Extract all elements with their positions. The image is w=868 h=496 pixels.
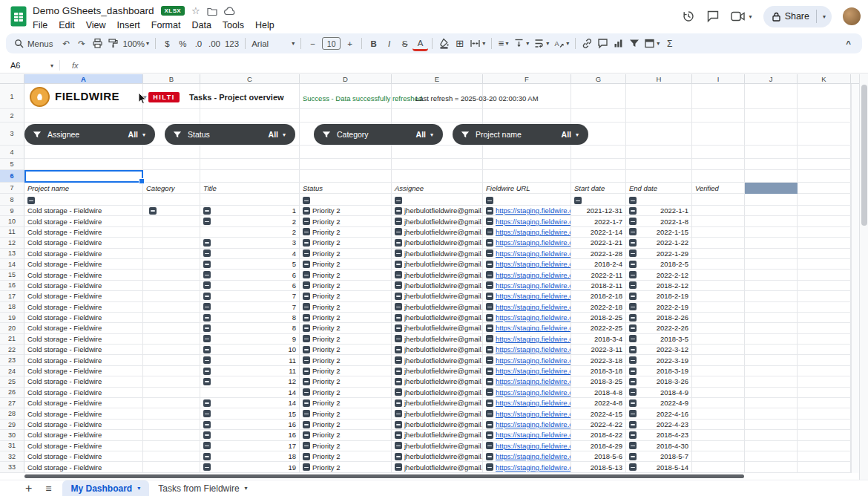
cell-k[interactable] xyxy=(798,270,851,280)
cell-project-name[interactable]: Cold storage - Fieldwire xyxy=(24,430,143,440)
select-all-corner[interactable] xyxy=(0,74,24,84)
column-header-K[interactable]: K xyxy=(798,74,851,84)
row-header-9[interactable]: 9 xyxy=(0,206,24,216)
cell-fieldwire-url[interactable]: https://staging.fieldwire.c xyxy=(483,451,571,462)
cloud-saved-icon[interactable] xyxy=(224,7,236,16)
cell-chip-icon[interactable] xyxy=(395,356,402,364)
cell-j[interactable] xyxy=(745,270,798,280)
fieldwire-url-link[interactable]: https://staging.fieldwire.c xyxy=(496,410,571,418)
cell-end-date[interactable]: 2018-3-19 xyxy=(626,366,692,376)
cell-project-name[interactable]: Cold storage - Fieldwire xyxy=(24,398,143,408)
cell-chip-icon[interactable] xyxy=(303,388,310,396)
row-header-21[interactable]: 21 xyxy=(0,334,24,345)
cell-chip-icon[interactable] xyxy=(203,442,211,449)
cell-chip-icon[interactable] xyxy=(629,324,637,332)
cell-end-date[interactable]: 2022-4-9 xyxy=(626,398,692,408)
cell-project-name[interactable]: Cold storage - Fieldwire xyxy=(24,249,143,259)
row-header-11[interactable]: 11 xyxy=(0,227,24,238)
cell-status[interactable]: Priority 2 xyxy=(300,323,392,333)
cell-start-date[interactable]: 2018-4-29 xyxy=(571,441,626,451)
fieldwire-url-link[interactable]: https://staging.fieldwire.c xyxy=(496,228,571,236)
cell-verified[interactable] xyxy=(692,281,745,291)
row-header-20[interactable]: 20 xyxy=(0,323,24,333)
cell-end-date[interactable]: 2018-2-5 xyxy=(626,259,692,270)
cell-chip-icon[interactable] xyxy=(303,378,310,385)
cell-chip-icon[interactable] xyxy=(629,346,637,353)
fieldwire-url-link[interactable]: https://staging.fieldwire.c xyxy=(496,249,571,258)
cell-chip-icon[interactable] xyxy=(486,228,493,235)
cell-verified[interactable] xyxy=(692,302,745,313)
cell-status[interactable]: Priority 2 xyxy=(300,345,392,355)
cell-assignee[interactable]: jherbulotfieldwire@gmail. xyxy=(392,302,483,313)
cell-verified[interactable] xyxy=(692,227,745,238)
cell-chip-icon[interactable] xyxy=(303,442,310,449)
cell-end-date[interactable]: 2018-4-30 xyxy=(626,441,692,451)
cell-fieldwire-url[interactable]: https://staging.fieldwire.c xyxy=(483,345,571,355)
account-avatar[interactable] xyxy=(843,7,861,25)
cell-status[interactable]: Priority 2 xyxy=(300,355,392,365)
cell-start-date[interactable]: 2018-2-4 xyxy=(571,259,626,270)
cell-end-date[interactable]: 2022-3-12 xyxy=(626,345,692,355)
cell-chip-icon[interactable] xyxy=(303,410,310,417)
row-header-14[interactable]: 14 xyxy=(0,259,24,270)
cell-chip-icon[interactable] xyxy=(486,324,493,332)
cell-chip-icon[interactable] xyxy=(395,346,402,353)
cell-chip-icon[interactable] xyxy=(303,207,310,215)
filter-status[interactable]: Status All▾ xyxy=(165,124,295,145)
cell-j[interactable] xyxy=(745,451,798,462)
cell-assignee[interactable]: jherbulotfieldwire@gmail. xyxy=(392,366,483,376)
cell-assignee[interactable]: jherbulotfieldwire@gmail. xyxy=(392,323,483,333)
column-header-B[interactable]: B xyxy=(143,74,200,84)
move-folder-icon[interactable] xyxy=(207,7,217,16)
cell-chip-icon[interactable] xyxy=(395,335,402,342)
cell-end-date[interactable]: 2022-1-15 xyxy=(626,227,692,238)
cell-k[interactable] xyxy=(798,420,851,430)
cell-chip-icon[interactable] xyxy=(629,356,637,364)
cell-j[interactable] xyxy=(745,345,798,355)
cell-fieldwire-url[interactable]: https://staging.fieldwire.c xyxy=(483,291,571,301)
filter-category[interactable]: Category All▾ xyxy=(314,124,443,145)
row-header-4[interactable]: 4 xyxy=(0,146,24,159)
cell-chip-icon[interactable] xyxy=(303,368,310,375)
cell-chip-icon[interactable] xyxy=(303,346,310,353)
cell-chip-icon[interactable] xyxy=(486,388,493,396)
cell-title[interactable]: 8 xyxy=(200,323,300,333)
paint-format-button[interactable] xyxy=(105,36,121,52)
cell-chip-icon[interactable] xyxy=(203,239,211,247)
cell-start-date[interactable]: 2022-3-18 xyxy=(571,355,626,365)
fieldwire-url-link[interactable]: https://staging.fieldwire.c xyxy=(496,281,571,290)
cell-chip-icon[interactable] xyxy=(303,324,310,332)
cell-category[interactable] xyxy=(143,206,200,216)
cell-verified[interactable] xyxy=(692,430,745,440)
cell-chip-icon[interactable] xyxy=(486,421,493,428)
cell-project-name[interactable]: Cold storage - Fieldwire xyxy=(24,355,143,365)
cell-end-date[interactable]: 2022-1-8 xyxy=(626,216,692,226)
cell-j[interactable] xyxy=(745,420,798,430)
cell-chip-icon[interactable] xyxy=(395,399,402,407)
cell-verified[interactable] xyxy=(692,462,745,472)
menu-view[interactable]: View xyxy=(86,20,106,30)
cell-title[interactable]: 12 xyxy=(200,376,300,387)
cell-project-name[interactable]: Cold storage - Fieldwire xyxy=(24,216,143,226)
cell-chip-icon[interactable] xyxy=(395,368,402,375)
cell-project-name[interactable]: Cold storage - Fieldwire xyxy=(24,408,143,419)
cell-j[interactable] xyxy=(745,227,798,238)
cell-title[interactable]: 18 xyxy=(200,451,300,462)
cell-status[interactable]: Priority 2 xyxy=(300,376,392,387)
cell-chip-icon[interactable] xyxy=(395,303,402,310)
cell-status[interactable]: Priority 2 xyxy=(300,227,392,238)
row-header-30[interactable]: 30 xyxy=(0,430,24,440)
cell-end-date[interactable]: 2018-3-26 xyxy=(626,376,692,387)
cell-project-name[interactable]: Cold storage - Fieldwire xyxy=(24,420,143,430)
cell-category[interactable] xyxy=(143,388,200,398)
row-header-23[interactable]: 23 xyxy=(0,355,24,365)
cell-chip-icon[interactable] xyxy=(629,303,637,310)
fieldwire-url-link[interactable]: https://staging.fieldwire.c xyxy=(496,442,571,450)
cell-status[interactable]: Priority 2 xyxy=(300,388,392,398)
cell-category[interactable] xyxy=(143,441,200,451)
horizontal-scrollbar[interactable] xyxy=(24,474,851,480)
cell-chip-icon[interactable] xyxy=(303,218,310,225)
column-header-D[interactable]: D xyxy=(300,74,392,84)
cell-fieldwire-url[interactable]: https://staging.fieldwire.c xyxy=(483,355,571,365)
cell-status[interactable]: Priority 2 xyxy=(300,238,392,248)
